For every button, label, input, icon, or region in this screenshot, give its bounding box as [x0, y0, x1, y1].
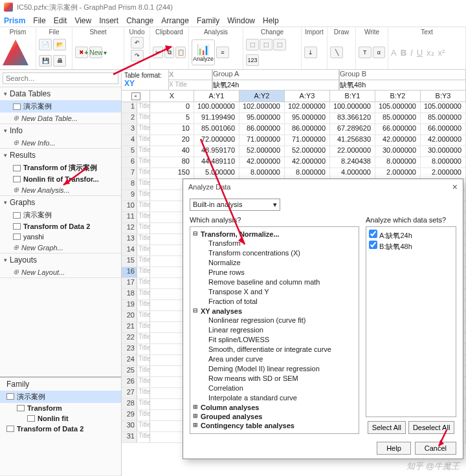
analysis-tree[interactable]: Transform, Normalize...TransformTransfor… — [190, 226, 359, 434]
panel-graphs[interactable]: Graphs — [0, 196, 121, 209]
family-item[interactable]: Nonlin fit — [0, 413, 121, 424]
menu-item[interactable]: Prism — [4, 16, 25, 25]
analysis-type-combo[interactable]: Built-in analysis▾ — [190, 199, 280, 211]
font-button[interactable]: A — [391, 48, 397, 58]
tree-item[interactable]: Interpolate a standard curve — [193, 393, 356, 403]
sidebar-item[interactable]: Transform of Data 2 — [0, 221, 121, 232]
table-row[interactable]: 7Title1505.0000008.0000008.0000004.00000… — [122, 168, 466, 179]
new-file-icon[interactable]: 📄 — [39, 39, 52, 50]
open-icon[interactable]: 📂 — [53, 39, 66, 50]
menu-item[interactable]: Insert — [99, 16, 118, 25]
sidebar-item[interactable]: Nonlin fit of Transfor... — [0, 174, 121, 184]
panel-info[interactable]: Info — [0, 124, 121, 137]
new-graph[interactable]: ⊕New Graph... — [0, 242, 121, 253]
select-all-button[interactable]: Select All — [368, 421, 406, 434]
tree-item[interactable]: Area under curve — [193, 354, 356, 364]
tree-item[interactable]: Prune rows — [193, 268, 356, 277]
tree-item[interactable]: Nonlinear regression (curve fit) — [193, 316, 356, 325]
tree-item[interactable]: Row means with SD or SEM — [193, 374, 356, 384]
tree-category[interactable]: XY analyses — [193, 307, 356, 316]
menu-item[interactable]: View — [74, 16, 91, 25]
save-icon[interactable]: 💾 — [39, 55, 52, 67]
underline-button[interactable]: U — [417, 48, 423, 58]
sidebar-item[interactable]: 演示案例 — [0, 209, 121, 221]
import-icon[interactable]: ⤓ — [304, 47, 317, 58]
panel-family[interactable]: Family — [0, 378, 121, 391]
group-a-header[interactable]: Group A缺氧24h — [212, 70, 339, 91]
write-icon[interactable]: α — [373, 47, 386, 58]
draw-icon[interactable]: ╲ — [330, 47, 343, 58]
new-sheet-button[interactable]: +New▾ — [89, 47, 102, 58]
table-row[interactable]: 4Title2072.00000071.00000071.00000041.25… — [122, 135, 466, 146]
col-header[interactable]: B:Y2 — [375, 91, 421, 102]
prism-logo-icon[interactable] — [3, 39, 28, 65]
menu-item[interactable]: Change — [126, 16, 153, 25]
menu-item[interactable]: Family — [197, 16, 219, 25]
redo-icon[interactable]: ↷ — [131, 50, 144, 61]
tree-item[interactable]: Transpose X and Y — [193, 287, 356, 297]
tree-item[interactable]: Correlation — [193, 384, 356, 393]
col-header[interactable]: A:Y3 — [285, 91, 330, 102]
analysis-icon[interactable]: ≡ — [216, 47, 229, 58]
undo-icon[interactable]: ↶ — [131, 37, 144, 49]
table-row[interactable]: 3Title1085.00106086.00000086.00000067.28… — [122, 124, 466, 135]
menu-item[interactable]: File — [33, 16, 45, 25]
tree-item[interactable]: Normalize — [193, 258, 356, 268]
tree-item[interactable]: Transform concentrations (X) — [193, 248, 356, 258]
change-icon[interactable]: ⬚ — [260, 39, 272, 50]
tree-item[interactable]: Linear regression — [193, 325, 356, 335]
print-icon[interactable]: 🖶 — [53, 55, 66, 67]
tree-category[interactable]: Transform, Normalize... — [193, 230, 356, 239]
family-item[interactable]: Transform of Data 2 — [0, 424, 121, 434]
cancel-button[interactable]: Cancel — [415, 442, 456, 455]
sidebar-item[interactable]: 演示案例 — [0, 100, 121, 113]
sidebar-item[interactable]: yanshi — [0, 232, 121, 242]
new-data-table[interactable]: ⊕New Data Table... — [0, 113, 121, 124]
italic-button[interactable]: I — [410, 48, 413, 58]
deselect-all-button[interactable]: Deselect All — [408, 421, 454, 434]
menu-item[interactable]: Window — [227, 16, 255, 25]
menu-item[interactable]: Help — [263, 16, 279, 25]
tree-item[interactable]: Deming (Model II) linear regression — [193, 364, 356, 374]
sub-button[interactable]: x₂ — [427, 48, 434, 58]
col-header[interactable]: B:Y3 — [421, 91, 466, 102]
family-item[interactable]: 演示案例 — [0, 391, 121, 403]
table-row[interactable]: 1Title0100.000000102.000000102.000000100… — [122, 102, 466, 113]
col-header[interactable]: A:Y2 — [239, 91, 285, 102]
new-layout[interactable]: ⊕New Layout... — [0, 266, 121, 277]
new-analysis[interactable]: ⊕New Analysis... — [0, 184, 121, 195]
col-header[interactable]: B:Y1 — [330, 91, 375, 102]
dataset-checkbox[interactable]: A:缺氧24h — [369, 230, 453, 241]
close-icon[interactable]: × — [452, 182, 458, 192]
tree-category[interactable]: Contingency table analyses — [193, 421, 356, 430]
change-icon[interactable]: ⬚ — [246, 39, 259, 50]
family-item[interactable]: Transform — [0, 403, 121, 413]
close-icon[interactable]: × — [131, 92, 140, 100]
tree-item[interactable]: Fit spline/LOWESS — [193, 335, 356, 345]
panel-layouts[interactable]: Layouts — [0, 254, 121, 266]
tree-category[interactable]: Column analyses — [193, 403, 356, 412]
panel-results[interactable]: Results — [0, 149, 121, 162]
write-icon[interactable]: T — [359, 47, 372, 58]
help-button[interactable]: Help — [377, 442, 411, 455]
table-row[interactable]: 6Title8044.48911042.00000042.0000008.240… — [122, 157, 466, 168]
tree-item[interactable]: Smooth, differentiate or integrate curve — [193, 345, 356, 354]
tree-item[interactable]: Transform — [193, 239, 356, 248]
table-row[interactable]: 2Title591.19949095.00000095.00000083.366… — [122, 113, 466, 124]
new-info[interactable]: ⊕New Info... — [0, 137, 121, 148]
col-x[interactable]: X — [150, 91, 194, 102]
panel-data-tables[interactable]: Data Tables — [0, 87, 121, 100]
table-row[interactable]: 5Title4048.95917052.00000052.00000022.00… — [122, 146, 466, 157]
sup-button[interactable]: x² — [438, 48, 445, 58]
cut-icon[interactable]: ✂ — [153, 47, 163, 58]
tree-item[interactable]: Fraction of total — [193, 297, 356, 307]
menu-item[interactable]: Arrange — [161, 16, 189, 25]
change-icon[interactable]: ⬚ — [273, 39, 286, 50]
tree-item[interactable]: Remove baseline and column math — [193, 277, 356, 287]
paste-icon[interactable]: 📋 — [175, 47, 186, 58]
change-icon[interactable]: 123 — [246, 54, 259, 66]
dataset-checkbox[interactable]: B:缺氧48h — [369, 241, 453, 252]
x-column-header[interactable]: XX Title — [168, 70, 212, 91]
col-header[interactable]: A:Y1 — [194, 91, 239, 102]
menu-item[interactable]: Edit — [54, 16, 67, 25]
